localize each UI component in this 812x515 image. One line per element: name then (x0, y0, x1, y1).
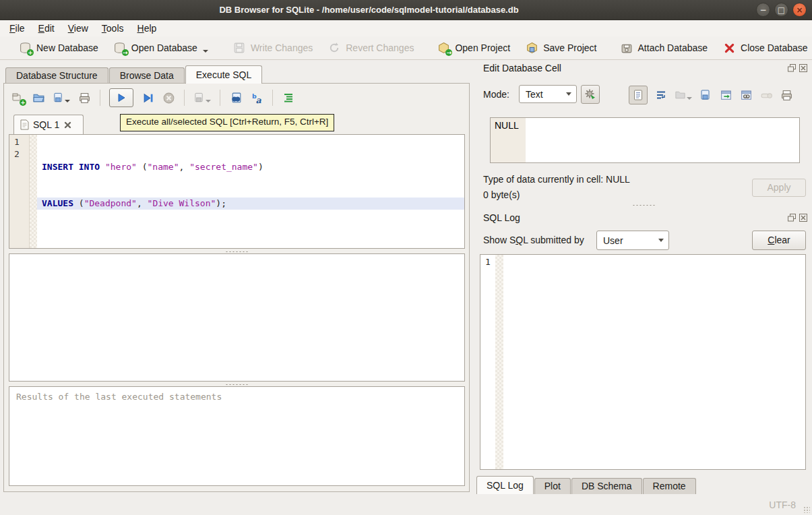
float-dock-icon[interactable] (787, 63, 796, 72)
log-fold-margin (495, 255, 503, 469)
format-sql-icon[interactable] (282, 91, 295, 104)
new-database-icon: + (18, 41, 32, 55)
open-project-button[interactable]: → Open Project (431, 38, 516, 57)
open-project-label: Open Project (455, 42, 510, 53)
execute-sql-tooltip: Execute all/selected SQL [Ctrl+Return, F… (120, 114, 334, 131)
open-sql-file-icon[interactable] (32, 91, 45, 104)
save-project-label: Save Project (543, 42, 596, 53)
menu-file[interactable]: File (3, 22, 32, 35)
tab-database-structure[interactable]: Database Structure (5, 67, 108, 84)
main-toolbar: + New Database → Open Database Write Cha… (0, 36, 812, 60)
save-sql-dropdown-icon[interactable] (65, 100, 70, 102)
new-database-button[interactable]: + New Database (12, 38, 104, 57)
open-project-icon: → (437, 41, 450, 55)
titlebar[interactable]: DB Browser for SQLite - /home/user/code/… (0, 0, 812, 20)
minimize-button[interactable]: − (756, 3, 770, 17)
close-dock-icon[interactable] (799, 213, 807, 222)
sql-editor[interactable]: 1 2 INSERT INTO "hero" ("name", "secret_… (9, 134, 465, 249)
save-results-icon[interactable] (193, 91, 211, 104)
copy-link-icon[interactable] (739, 88, 753, 102)
cell-value-editor[interactable]: NULL (490, 117, 800, 163)
apply-button[interactable]: Apply (752, 179, 806, 197)
sql-line-1: INSERT INTO "hero" ("name", "secret_name… (37, 161, 464, 173)
new-sql-tab-icon[interactable]: + (11, 91, 24, 104)
export-data-icon[interactable] (699, 88, 712, 102)
word-wrap-icon[interactable] (654, 88, 668, 102)
maximize-button[interactable]: □ (774, 3, 788, 17)
dock-tab-plot[interactable]: Plot (534, 478, 571, 494)
toggle-case-icon[interactable]: ba (250, 91, 263, 104)
text-mode-button[interactable] (629, 86, 648, 104)
set-null-icon[interactable] (759, 88, 773, 102)
sql-line-2: VALUES ("Deadpond", "Dive Wilson"); (37, 198, 464, 210)
execute-current-line-icon[interactable] (141, 91, 154, 104)
sql-document-icon (20, 119, 29, 130)
dock-tab-remote[interactable]: Remote (643, 478, 696, 494)
tab-execute-sql[interactable]: Execute SQL (185, 65, 263, 84)
mode-label: Mode: (483, 89, 509, 100)
save-sql-file-icon[interactable] (53, 91, 70, 104)
sql-toolbar-separator (100, 90, 100, 106)
close-button[interactable]: × (792, 3, 807, 17)
revert-changes-button[interactable]: Revert Changes (321, 38, 420, 57)
edit-cell-dock-buttons (787, 63, 807, 72)
save-project-icon (525, 41, 538, 55)
sql-document-close-icon[interactable] (63, 121, 71, 129)
fold-margin (30, 135, 37, 248)
save-results-dropdown-icon[interactable] (206, 100, 211, 102)
menu-edit[interactable]: Edit (32, 22, 61, 35)
line-number: 1 (9, 137, 29, 149)
edit-cell-dock-title: Edit Database Cell (483, 63, 561, 73)
float-dock-icon[interactable] (787, 213, 796, 222)
query-results-grid[interactable] (9, 253, 465, 382)
svg-text:a: a (255, 94, 261, 104)
sql-log-dock-title: SQL Log (483, 212, 520, 223)
sql-toolbar-separator (184, 90, 185, 106)
import-data-icon[interactable] (675, 88, 692, 102)
menu-help[interactable]: Help (131, 22, 164, 35)
dock-splitter[interactable] (475, 203, 812, 208)
mode-select-value: Text (526, 89, 543, 100)
sql-log-dock-buttons (787, 213, 807, 222)
stop-execution-icon[interactable] (162, 91, 175, 104)
open-external-icon[interactable] (719, 88, 732, 102)
sql-toolbar-separator (272, 90, 273, 106)
execute-all-button[interactable] (109, 88, 133, 107)
dock-tab-db-schema[interactable]: DB Schema (571, 478, 642, 494)
sql-code-area: INSERT INTO "hero" ("name", "secret_name… (37, 135, 464, 248)
cell-size-text: 0 byte(s) (483, 189, 520, 200)
sql-log-view[interactable]: 1 (480, 254, 806, 470)
print-sql-icon[interactable] (77, 91, 91, 104)
attach-database-button[interactable]: Attach Database (614, 38, 714, 57)
sql-toolbar-separator (220, 90, 220, 106)
sql-document-tab[interactable]: SQL 1 (13, 115, 84, 134)
import-dropdown-icon[interactable] (687, 97, 692, 100)
save-project-button[interactable]: Save Project (519, 38, 602, 57)
print-cell-icon[interactable] (780, 88, 793, 102)
auto-switch-mode-button[interactable] (581, 85, 600, 104)
menu-view[interactable]: View (61, 22, 95, 35)
close-database-button[interactable]: Close Database (716, 38, 812, 57)
open-database-icon: → (113, 41, 127, 55)
close-database-label: Close Database (741, 42, 808, 53)
results-placeholder-text: Results of the last executed statements (9, 387, 464, 406)
open-database-label: Open Database (131, 42, 197, 53)
execution-status-pane[interactable]: Results of the last executed statements (9, 386, 465, 486)
find-replace-icon[interactable] (229, 91, 243, 104)
mode-select[interactable]: Text (519, 85, 577, 103)
minimize-icon: − (759, 6, 766, 14)
write-changes-button[interactable]: Write Changes (226, 38, 319, 57)
revert-changes-icon (327, 41, 341, 55)
menu-tools[interactable]: Tools (95, 22, 131, 35)
dock-tab-sql-log[interactable]: SQL Log (476, 476, 534, 494)
tab-browse-data[interactable]: Browse Data (109, 67, 185, 84)
window-resize-grip[interactable] (803, 506, 810, 513)
open-database-dropdown-icon[interactable] (203, 50, 208, 53)
close-dock-icon[interactable] (799, 63, 807, 72)
dock-tab-bar: SQL Log Plot DB Schema Remote (476, 476, 697, 494)
sql-log-filter-select[interactable]: User (596, 231, 669, 250)
clear-log-button[interactable]: Clear (752, 231, 806, 250)
write-changes-label: Write Changes (251, 42, 313, 53)
open-database-button[interactable]: → Open Database (107, 38, 214, 57)
write-changes-icon (232, 41, 246, 55)
